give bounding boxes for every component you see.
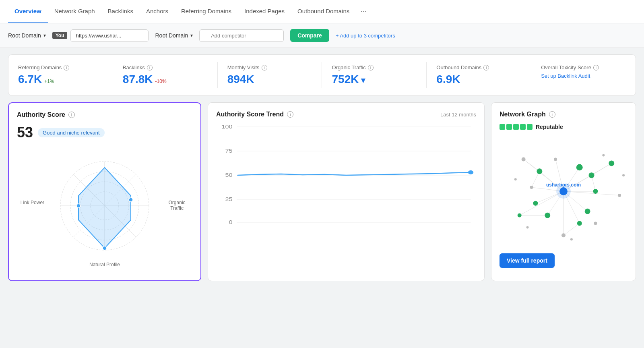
svg-point-22 <box>468 170 473 174</box>
nav-more[interactable]: ··· <box>356 0 372 23</box>
domain-input[interactable] <box>70 29 149 42</box>
stat-monthly-visits-value: 894K <box>227 73 312 86</box>
svg-marker-8 <box>78 168 131 248</box>
svg-point-54 <box>526 226 529 228</box>
set-up-backlink-audit-link[interactable]: Set up Backlink Audit <box>541 73 626 79</box>
network-graph-visual: usharbors.com <box>500 135 627 248</box>
svg-point-51 <box>561 233 566 237</box>
svg-point-67 <box>518 213 522 218</box>
svg-point-55 <box>570 238 573 240</box>
stat-organic-traffic-label: Organic Traffic i <box>332 64 417 70</box>
svg-point-69 <box>559 187 568 195</box>
compare-button[interactable]: Compare <box>290 29 329 42</box>
network-legend: Reputable <box>500 124 627 130</box>
nav-overview[interactable]: Overview <box>8 0 48 23</box>
svg-text:Nov 2023: Nov 2023 <box>262 226 289 226</box>
svg-text:50: 50 <box>225 172 232 178</box>
svg-point-10 <box>129 198 133 202</box>
stat-referring-domains-delta: +1% <box>44 79 54 84</box>
svg-line-38 <box>520 191 564 215</box>
chevron-down-icon-1: ▾ <box>43 33 46 38</box>
legend-dot-2 <box>506 124 512 130</box>
authority-score-trend-card: Authority Score Trend i Last 12 months 1… <box>208 102 485 281</box>
legend-label: Reputable <box>536 124 563 130</box>
info-icon-authority[interactable]: i <box>68 112 75 118</box>
stat-organic-traffic-value: 752K ▾ <box>332 73 417 86</box>
info-icon-toxicity[interactable]: i <box>593 65 599 70</box>
stat-outbound-domains: Outbound Domains i 6.9K <box>427 62 531 88</box>
svg-point-60 <box>545 213 550 218</box>
svg-text:75: 75 <box>225 148 232 153</box>
svg-point-65 <box>577 221 582 226</box>
stat-referring-domains-label: Referring Domains i <box>18 64 103 70</box>
competitor-input[interactable] <box>199 29 284 42</box>
stat-backlinks-label: Backlinks i <box>123 64 208 70</box>
score-row: 53 Good and niche relevant <box>17 124 192 141</box>
svg-text:0: 0 <box>229 220 232 225</box>
svg-point-50 <box>618 194 621 197</box>
svg-point-62 <box>589 172 594 178</box>
info-icon-network[interactable]: i <box>549 111 555 118</box>
you-badge: You <box>52 32 68 39</box>
chevron-down-icon-2: ▾ <box>190 33 193 38</box>
stat-monthly-visits-label: Monthly Visits i <box>227 64 312 70</box>
network-svg: usharbors.com <box>500 135 627 248</box>
legend-dot-4 <box>520 124 526 130</box>
add-competitor-link[interactable]: + Add up to 3 competitors <box>336 33 395 39</box>
stat-backlinks-delta: -10% <box>155 79 167 84</box>
svg-point-9 <box>76 204 80 208</box>
svg-line-42 <box>592 163 612 175</box>
stat-outbound-domains-value: 6.9K <box>436 73 521 86</box>
svg-point-63 <box>593 189 598 194</box>
legend-dot-5 <box>527 124 533 130</box>
nav-network-graph[interactable]: Network Graph <box>48 0 101 23</box>
info-icon-organic[interactable]: i <box>368 65 374 70</box>
nav-indexed-pages[interactable]: Indexed Pages <box>238 0 291 23</box>
info-icon-backlinks[interactable]: i <box>147 65 153 70</box>
authority-score-number: 53 <box>17 124 33 141</box>
svg-point-11 <box>103 246 107 250</box>
svg-point-66 <box>609 160 614 166</box>
svg-point-57 <box>602 154 605 157</box>
nav-outbound-domains[interactable]: Outbound Domains <box>291 0 356 23</box>
domain-input-group: You <box>52 29 149 42</box>
label-link-power: Link Power <box>21 200 44 205</box>
label-natural-profile: Natural Profile <box>89 262 120 267</box>
root-domain-label-1: Root Domain <box>8 32 41 39</box>
root-domain-dropdown-1[interactable]: Root Domain ▾ <box>8 32 46 39</box>
stat-referring-domains-value: 6.7K +1% <box>18 73 103 86</box>
stat-organic-traffic: Organic Traffic i 752K ▾ <box>322 62 427 88</box>
legend-bar <box>500 124 533 130</box>
view-full-report-button[interactable]: View full report <box>500 253 555 268</box>
info-icon-visits[interactable]: i <box>262 65 267 70</box>
authority-score-badge: Good and niche relevant <box>38 128 105 137</box>
svg-text:100: 100 <box>221 124 232 129</box>
stat-monthly-visits: Monthly Visits i 894K <box>218 62 322 88</box>
svg-text:Mar 2024: Mar 2024 <box>370 226 398 226</box>
svg-point-59 <box>533 201 538 206</box>
stat-outbound-domains-label: Outbound Domains i <box>436 64 521 70</box>
trend-chart: 100 75 50 25 0 Nov 2023 Mar 2024 <box>216 121 476 226</box>
root-domain-dropdown-2[interactable]: Root Domain ▾ <box>155 32 193 39</box>
info-icon-referring[interactable]: i <box>64 65 69 70</box>
svg-point-56 <box>622 174 625 176</box>
legend-dot-3 <box>513 124 519 130</box>
nav-backlinks[interactable]: Backlinks <box>101 0 140 23</box>
stat-backlinks-value: 87.8K -10% <box>123 73 208 86</box>
info-icon-trend[interactable]: i <box>287 111 293 118</box>
organic-traffic-arrow-icon[interactable]: ▾ <box>361 75 365 85</box>
nav-anchors[interactable]: Anchors <box>140 0 175 23</box>
toolbar: Root Domain ▾ You Root Domain ▾ Compare … <box>0 23 644 48</box>
stat-toxicity-score: Overall Toxicity Score i Set up Backlink… <box>531 62 636 88</box>
nav-referring-domains[interactable]: Referring Domains <box>175 0 238 23</box>
svg-text:usharbors.com: usharbors.com <box>546 182 581 188</box>
network-graph-title: Network Graph i <box>500 111 627 118</box>
root-domain-label-2: Root Domain <box>155 32 188 39</box>
svg-point-52 <box>594 222 597 225</box>
trend-title: Authority Score Trend i <box>216 111 293 118</box>
legend-dot-1 <box>500 124 505 130</box>
info-icon-outbound[interactable]: i <box>483 65 489 70</box>
svg-point-61 <box>576 164 583 170</box>
radar-svg <box>52 153 157 266</box>
stat-referring-domains: Referring Domains i 6.7K +1% <box>8 62 113 88</box>
